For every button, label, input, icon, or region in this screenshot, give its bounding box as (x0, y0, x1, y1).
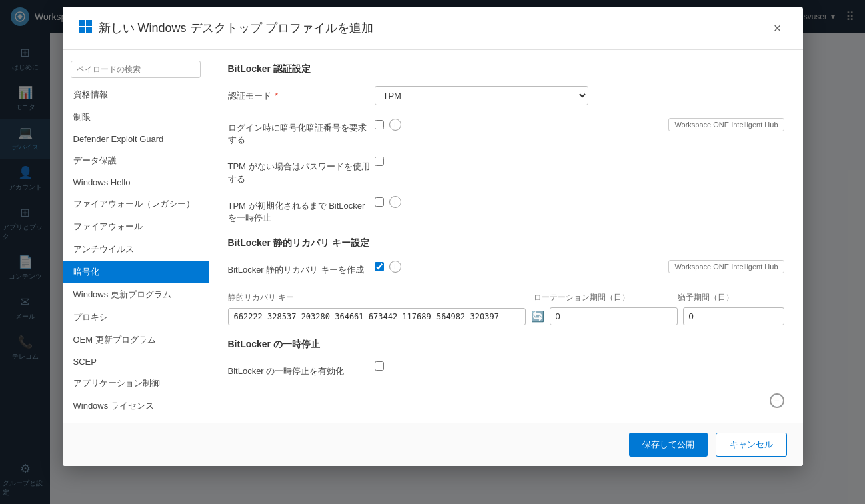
modal-header: 新しい Windows デスクトップ プロファイルを追加 × (63, 7, 803, 50)
nav-item-oem-update[interactable]: OEM 更新プログラム (63, 329, 209, 351)
tpm-suspend-row: TPM が初期化されるまで BitLocker を一時停止 i (228, 196, 784, 224)
recovery-key-input[interactable] (228, 308, 526, 325)
section1-title: BitLocker 認証設定 (228, 63, 784, 75)
auth-mode-select[interactable]: TPM TPM + PIN パスワード (375, 86, 588, 105)
auth-mode-row: 認証モード * TPM TPM + PIN パスワード (228, 86, 784, 107)
nav-item-windows-hello[interactable]: Windows Hello (63, 172, 209, 193)
payload-search-input[interactable] (71, 61, 201, 78)
tpm-suspend-checkbox[interactable] (375, 197, 384, 207)
nav-item-firewall[interactable]: ファイアウォール (63, 215, 209, 238)
modal-title: 新しい Windows デスクトップ プロファイルを追加 (99, 20, 373, 36)
login-pin-label: ログイン時に暗号化暗証番号を要求する (228, 118, 375, 146)
login-pin-row: ログイン時に暗号化暗証番号を要求する i Workspace ONE Intel… (228, 118, 784, 146)
windows-logo-icon (79, 20, 92, 37)
tpm-fallback-row: TPM がない場合はパスワードを使用する (228, 157, 784, 185)
nav-item-encryption[interactable]: 暗号化 (63, 261, 209, 283)
auth-mode-label: 認証モード * (228, 86, 375, 102)
modal-left-nav: 資格情報 制限 Defender Exploit Guard データ保護 Win… (63, 50, 209, 423)
divider-icon-area: − (228, 393, 784, 408)
tpm-fallback-control (375, 157, 784, 166)
nav-item-scep[interactable]: SCEP (63, 351, 209, 372)
nav-item-windows-license[interactable]: Windows ライセンス (63, 395, 209, 417)
save-publish-button[interactable]: 保存して公開 (629, 433, 708, 457)
tpm-suspend-checkbox-wrap: i (375, 196, 401, 208)
tpm-suspend-info-icon[interactable]: i (389, 196, 401, 208)
recovery-key-col3-header: 猶予期間（日） (678, 292, 784, 303)
tpm-fallback-checkbox-wrap (375, 157, 384, 166)
auth-mode-control: TPM TPM + PIN パスワード (375, 86, 784, 105)
cancel-button[interactable]: キャンセル (716, 433, 787, 457)
nav-item-credentials[interactable]: 資格情報 (63, 83, 209, 106)
recovery-key-input-row: 🔄 (228, 307, 784, 325)
tpm-suspend-control: i (375, 196, 784, 208)
recovery-key-section: 静的リカバリ キー ローテーション期間（日） 猶予期間（日） 🔄 (228, 292, 784, 325)
nav-item-windows-update[interactable]: Windows 更新プログラム (63, 283, 209, 306)
nav-item-restrictions[interactable]: 制限 (63, 106, 209, 129)
section2-title: BitLocker 静的リカバリ キー設定 (228, 237, 784, 249)
recovery-create-hub-badge: Workspace ONE Intelligent Hub (668, 260, 784, 273)
nav-search-container (63, 55, 209, 83)
nav-item-app-control[interactable]: アプリケーション制御 (63, 372, 209, 395)
modal-right-content: BitLocker 認証設定 認証モード * TPM TPM + PIN パスワ… (209, 50, 803, 423)
recovery-key-col2-header: ローテーション期間（日） (534, 292, 667, 303)
recovery-create-checkbox[interactable] (375, 262, 384, 271)
pause-checkbox-wrap (375, 361, 384, 371)
recovery-key-headers: 静的リカバリ キー ローテーション期間（日） 猶予期間（日） (228, 292, 784, 303)
login-pin-hub-badge: Workspace ONE Intelligent Hub (668, 118, 784, 131)
recovery-create-checkbox-wrap: i (375, 261, 401, 273)
pause-control (375, 361, 784, 371)
pause-row: BitLocker の一時停止を有効化 (228, 361, 784, 383)
login-pin-control: i Workspace ONE Intelligent Hub (375, 118, 784, 131)
nav-item-defender[interactable]: Defender Exploit Guard (63, 129, 209, 149)
grace-period-input[interactable] (683, 307, 784, 325)
login-pin-checkbox[interactable] (375, 120, 384, 129)
login-pin-checkbox-wrap: i (375, 119, 401, 131)
svg-rect-3 (79, 27, 85, 33)
nav-item-firewall-legacy[interactable]: ファイアウォール（レガシー） (63, 193, 209, 215)
modal-overlay: 新しい Windows デスクトップ プロファイルを追加 × 資格情報 制限 D… (0, 0, 865, 504)
pause-checkbox[interactable] (375, 361, 384, 371)
recovery-create-label: BitLocker 静的リカバリ キーを作成 (228, 260, 375, 276)
minus-circle-icon[interactable]: − (770, 393, 784, 408)
refresh-icon[interactable]: 🔄 (531, 310, 544, 323)
nav-item-antivirus[interactable]: アンチウイルス (63, 238, 209, 261)
nav-item-data-protection[interactable]: データ保護 (63, 149, 209, 172)
recovery-create-row: BitLocker 静的リカバリ キーを作成 i Workspace ONE I… (228, 260, 784, 281)
recovery-key-col1-header: 静的リカバリ キー (228, 292, 523, 303)
tpm-fallback-checkbox[interactable] (375, 157, 384, 166)
tpm-suspend-label: TPM が初期化されるまで BitLocker を一時停止 (228, 196, 375, 224)
pause-label: BitLocker の一時停止を有効化 (228, 361, 375, 377)
section3-title: BitLocker の一時停止 (228, 339, 784, 351)
svg-rect-4 (86, 27, 92, 33)
rotation-period-input[interactable] (550, 307, 678, 325)
modal-body: 資格情報 制限 Defender Exploit Guard データ保護 Win… (63, 50, 803, 423)
svg-rect-1 (79, 20, 85, 26)
modal-dialog: 新しい Windows デスクトップ プロファイルを追加 × 資格情報 制限 D… (63, 7, 803, 466)
tpm-fallback-label: TPM がない場合はパスワードを使用する (228, 157, 375, 185)
svg-rect-2 (86, 20, 92, 26)
recovery-create-info-icon[interactable]: i (389, 261, 401, 273)
modal-footer: 保存して公開 キャンセル (63, 423, 803, 466)
recovery-create-control: i Workspace ONE Intelligent Hub (375, 260, 784, 273)
close-button[interactable]: × (768, 19, 787, 37)
nav-item-proxy[interactable]: プロキシ (63, 306, 209, 329)
login-pin-info-icon[interactable]: i (389, 119, 401, 131)
